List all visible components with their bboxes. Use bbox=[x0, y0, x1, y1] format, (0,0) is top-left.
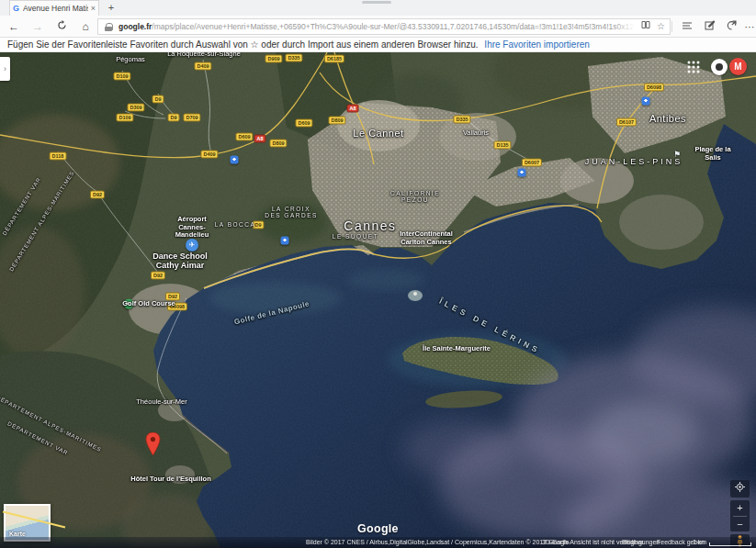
zoom-out-button[interactable]: − bbox=[730, 517, 750, 532]
road-shield: D809 bbox=[328, 117, 345, 125]
road-shield: D335 bbox=[453, 116, 470, 124]
more-menu-icon[interactable]: ⋯ bbox=[740, 19, 756, 34]
road-shield: D109 bbox=[116, 114, 133, 122]
map-label[interactable]: Dance School Cathy Aimar bbox=[152, 252, 208, 271]
tab-title: Avenue Henri Matisse - bbox=[23, 4, 88, 13]
map-label[interactable]: Cannes bbox=[344, 218, 396, 233]
minimap-toggle[interactable]: Karte bbox=[4, 504, 51, 542]
road-shield: D6098 bbox=[644, 84, 664, 92]
map-label[interactable]: Théoule-sur-Mer bbox=[136, 398, 186, 407]
road-shield: D709 bbox=[183, 114, 200, 122]
url-domain: google.fr bbox=[118, 22, 152, 31]
new-tab-button[interactable]: + bbox=[105, 2, 118, 14]
generic-poi-marker[interactable] bbox=[518, 169, 526, 177]
motorway-shield: A8 bbox=[346, 105, 358, 113]
road-shield: D135 bbox=[493, 141, 511, 150]
map-label[interactable]: Plage de la Salis bbox=[692, 146, 735, 162]
favorites-star-icon[interactable]: ☆ bbox=[657, 19, 665, 34]
destination-pin[interactable] bbox=[145, 432, 161, 456]
tab-bar: G Avenue Henri Matisse - × + bbox=[0, 0, 756, 16]
road-shield: D92 bbox=[151, 272, 165, 280]
my-location-button[interactable] bbox=[730, 480, 750, 498]
terms-link[interactable]: Bedingungen bbox=[622, 539, 660, 545]
url-field[interactable]: google.fr/maps/place/Avenue+Henri+Matiss… bbox=[97, 18, 671, 35]
map-label[interactable]: JUAN-LES-PINS bbox=[585, 157, 683, 166]
road-shield: D109 bbox=[113, 73, 130, 81]
road-shield: D909 bbox=[265, 55, 282, 63]
map-label[interactable]: LA BOCCA bbox=[215, 221, 256, 228]
imagery-attribution: Bilder © 2017 CNES / Airbus,DigitalGlobe… bbox=[306, 539, 570, 545]
scale-bar bbox=[709, 542, 751, 546]
map-label[interactable]: Antibes bbox=[649, 113, 686, 125]
map-label[interactable]: InterContinental Carlton Cannes bbox=[400, 230, 453, 246]
road-shield: D6185 bbox=[324, 55, 344, 63]
forward-button[interactable]: → bbox=[29, 19, 46, 34]
road-shield: D809 bbox=[269, 140, 287, 148]
road-shield: D6007 bbox=[522, 159, 542, 167]
window-drag-handle[interactable] bbox=[362, 1, 391, 4]
map-label[interactable]: Île Sainte-Marguerite bbox=[423, 345, 491, 353]
map-label[interactable]: Pégomas bbox=[116, 56, 145, 64]
expand-panel-button[interactable]: › bbox=[0, 57, 10, 81]
favorites-notice-bar: Fügen Sie der Favoritenleiste Favoriten … bbox=[0, 38, 756, 52]
refresh-icon bbox=[57, 20, 67, 30]
road-shield: D335 bbox=[285, 54, 302, 62]
url-fade bbox=[613, 22, 635, 31]
import-favorites-link[interactable]: Ihre Favoriten importieren bbox=[484, 39, 590, 50]
generic-poi-marker[interactable] bbox=[642, 97, 650, 106]
motorway-shield: A8 bbox=[254, 135, 265, 143]
zoom-in-button[interactable]: + bbox=[730, 500, 750, 516]
road-shield: D609 bbox=[235, 133, 253, 141]
reading-view-icon[interactable] bbox=[641, 19, 650, 34]
scale-label: 1 km bbox=[693, 539, 706, 545]
road-shield: D409 bbox=[194, 62, 211, 71]
account-avatar[interactable]: M bbox=[729, 58, 747, 75]
address-bar: ← → ⌂ google.fr/maps/place/Avenue+Henri+… bbox=[0, 16, 756, 38]
map-label[interactable]: Hôtel Tour de l'Esquillon bbox=[130, 475, 210, 484]
generic-poi-marker[interactable] bbox=[231, 156, 239, 164]
road-shield: D409 bbox=[200, 151, 218, 159]
road-shield: D92 bbox=[90, 191, 105, 199]
map-label[interactable]: CALIFORNIE PEZOU bbox=[390, 190, 440, 204]
road-shield: D6107 bbox=[616, 118, 637, 127]
map-label[interactable]: LE SUQUET bbox=[333, 233, 378, 240]
toolbar-separator bbox=[671, 21, 672, 32]
zoom-control: + − bbox=[730, 500, 750, 531]
generic-poi-marker[interactable] bbox=[281, 237, 289, 245]
browser-tab[interactable]: G Avenue Henri Matisse - × bbox=[9, 0, 99, 16]
share-icon[interactable] bbox=[722, 19, 740, 34]
google-favicon: G bbox=[13, 4, 19, 13]
tab-close-icon[interactable]: × bbox=[91, 4, 96, 13]
notifications-icon[interactable] bbox=[711, 59, 728, 75]
map-label[interactable]: Golf Old Course bbox=[122, 300, 175, 308]
road-shield: D309 bbox=[127, 104, 144, 112]
road-shield: D9 bbox=[167, 114, 179, 122]
google-apps-grid-icon[interactable] bbox=[686, 60, 701, 74]
map-label[interactable]: Le Cannet bbox=[353, 128, 403, 140]
lock-icon bbox=[105, 23, 112, 31]
map-label[interactable]: Vallauris bbox=[463, 129, 489, 138]
attribution-bar: Bilder © 2017 CNES / Airbus,DigitalGlobe… bbox=[0, 537, 756, 548]
road-shield: D118 bbox=[50, 152, 67, 161]
home-button[interactable]: ⌂ bbox=[77, 19, 94, 34]
hub-icon[interactable] bbox=[678, 19, 696, 34]
map-canvas[interactable]: D409D909D335D6185D109D9D309D109D9D709D60… bbox=[0, 52, 756, 548]
map-label[interactable]: La Roquette-sur-Siagne bbox=[167, 52, 241, 58]
airport-poi-marker[interactable]: ✈ bbox=[186, 239, 198, 252]
minimap-label: Karte bbox=[9, 531, 26, 537]
back-button[interactable]: ← bbox=[6, 19, 22, 34]
my-location-icon bbox=[735, 482, 745, 492]
web-note-icon[interactable] bbox=[700, 19, 718, 34]
road-shield: D9 bbox=[152, 95, 164, 104]
refresh-button[interactable] bbox=[53, 19, 70, 34]
notice-text: Fügen Sie der Favoritenleiste Favoriten … bbox=[7, 39, 479, 50]
url-path: /maps/place/Avenue+Henri+Matisse,+06590+… bbox=[152, 22, 635, 31]
google-logo: Google bbox=[357, 522, 399, 535]
map-label[interactable]: Aéroport Cannes- Mandelieu bbox=[175, 216, 209, 240]
url-text: google.fr/maps/place/Avenue+Henri+Matiss… bbox=[118, 22, 635, 31]
browser-window: G Avenue Henri Matisse - × + ← → ⌂ googl… bbox=[0, 0, 756, 548]
road-shield: D609 bbox=[295, 119, 312, 128]
map-label[interactable]: LA CROIX DES GARDES bbox=[265, 206, 318, 219]
